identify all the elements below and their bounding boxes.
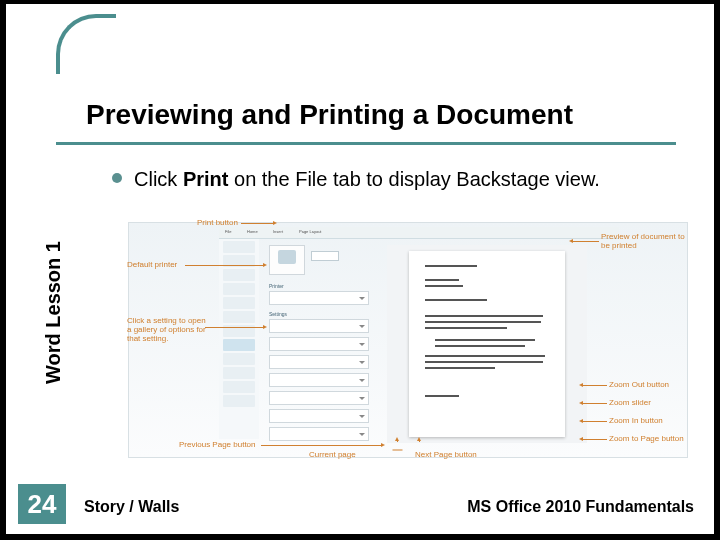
callout-zoom-out: Zoom Out button <box>609 381 669 390</box>
sidebar-sendsave <box>223 353 255 365</box>
sidebar-recent <box>223 311 255 323</box>
callout-line <box>583 385 607 386</box>
callout-line <box>419 441 420 442</box>
bullet-prefix: Click <box>134 168 183 190</box>
sidebar-label: Word Lesson 1 <box>42 241 65 384</box>
preview-pane <box>387 245 587 443</box>
callout-zoom-to-page: Zoom to Page button <box>609 435 684 444</box>
callout-default-printer: Default printer <box>127 261 177 270</box>
ribbon-tabs: File Home Insert Page Layout <box>219 227 619 239</box>
page-number: 24 <box>18 484 66 524</box>
slide-title: Previewing and Printing a Document <box>86 99 686 135</box>
doc-line <box>425 361 543 363</box>
printer-icon <box>278 250 296 264</box>
printer-dropdown <box>269 291 369 305</box>
settings-dd-3 <box>269 355 369 369</box>
callout-preview: Preview of document to be printed <box>601 233 687 251</box>
doc-line <box>425 279 459 281</box>
doc-line <box>425 299 487 301</box>
sidebar-print <box>223 339 255 351</box>
callout-line <box>205 327 263 328</box>
doc-line <box>435 345 525 347</box>
doc-line <box>425 395 459 397</box>
callout-print-button: Print button <box>197 219 238 228</box>
bullet-icon <box>112 173 122 183</box>
sidebar-info <box>223 297 255 309</box>
body: Click Print on the File tab to display B… <box>112 166 692 192</box>
tab-file: File <box>225 229 231 234</box>
settings-dd-7 <box>269 427 369 441</box>
doc-line <box>425 367 495 369</box>
tab-insert: Insert <box>273 229 283 234</box>
title-underline <box>56 142 676 145</box>
sidebar-help <box>223 367 255 379</box>
callout-line <box>583 439 607 440</box>
print-button <box>269 245 305 275</box>
footer-left: Story / Walls <box>84 498 179 516</box>
bullet-item: Click Print on the File tab to display B… <box>112 166 692 192</box>
callout-line <box>241 223 273 224</box>
tab-pagelayout: Page Layout <box>299 229 321 234</box>
sidebar-exit <box>223 395 255 407</box>
sidebar-close <box>223 283 255 295</box>
sidebar-open <box>223 269 255 281</box>
copies-field <box>311 251 339 261</box>
preview-page <box>409 251 565 437</box>
sidebar-options <box>223 381 255 393</box>
callout-line <box>583 403 607 404</box>
slide: Previewing and Printing a Document Click… <box>6 4 714 534</box>
footer-right: MS Office 2010 Fundamentals <box>467 498 694 516</box>
settings-dd-6 <box>269 409 369 423</box>
bullet-text: Click Print on the File tab to display B… <box>134 166 600 192</box>
tab-home: Home <box>247 229 258 234</box>
sidebar-save <box>223 241 255 253</box>
settings-dd-2 <box>269 337 369 351</box>
callout-previous-page: Previous Page button <box>179 441 256 450</box>
backstage-screenshot: File Home Insert Page Layout Printer Set… <box>128 222 688 458</box>
callout-line <box>393 450 403 451</box>
callout-line <box>583 421 607 422</box>
section-settings: Settings <box>269 311 287 317</box>
doc-line <box>425 315 543 317</box>
section-printer: Printer <box>269 283 284 289</box>
corner-decoration <box>56 14 116 74</box>
callout-zoom-in: Zoom In button <box>609 417 663 426</box>
settings-dd-1 <box>269 319 369 333</box>
callout-line <box>185 265 263 266</box>
bullet-bold: Print <box>183 168 229 190</box>
callout-line <box>261 445 381 446</box>
settings-dd-5 <box>269 391 369 405</box>
backstage-sidebar <box>219 239 259 439</box>
doc-line <box>435 339 535 341</box>
callout-current-page: Current page <box>309 451 356 460</box>
callout-gallery: Click a setting to open a gallery of opt… <box>127 317 211 343</box>
callout-next-page: Next Page button <box>415 451 477 460</box>
doc-line <box>425 327 507 329</box>
bullet-suffix: on the File tab to display Backstage vie… <box>228 168 599 190</box>
callout-line <box>573 241 599 242</box>
title-area: Previewing and Printing a Document <box>86 99 686 135</box>
doc-line <box>425 285 463 287</box>
doc-line <box>425 321 541 323</box>
callout-zoom-slider: Zoom slider <box>609 399 651 408</box>
callout-line <box>397 441 398 442</box>
doc-line <box>425 355 545 357</box>
settings-dd-4 <box>269 373 369 387</box>
doc-line <box>425 265 477 267</box>
